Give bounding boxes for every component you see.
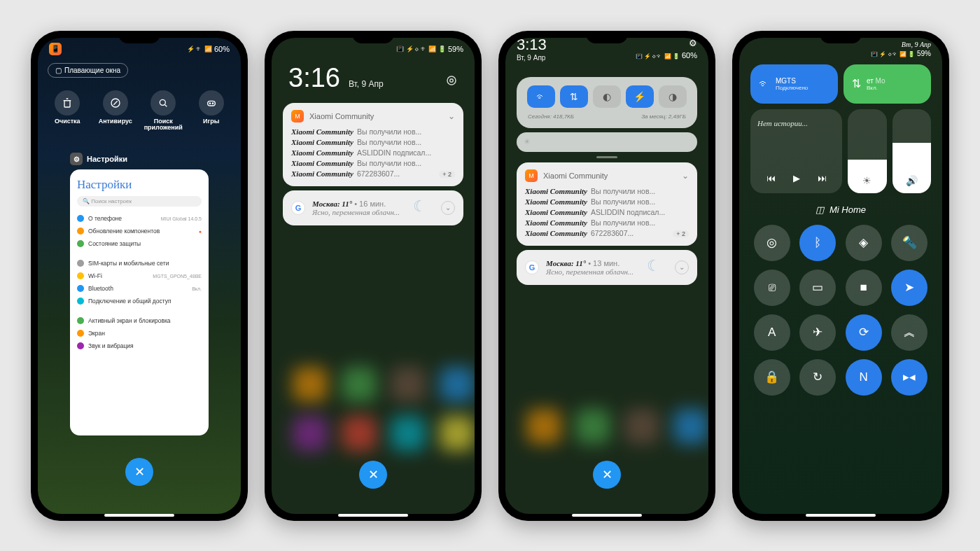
svg-point-2 — [160, 99, 166, 105]
battery-percent: 60% — [214, 45, 230, 53]
close-all-button[interactable]: ✕ — [125, 458, 153, 486]
toggle-font[interactable]: A — [754, 314, 790, 351]
notch — [352, 31, 394, 43]
floating-icon: ▢ — [55, 67, 62, 74]
toggle-dual[interactable]: ▸◂ — [891, 359, 927, 396]
toggle-sync[interactable]: ◈ — [846, 225, 882, 261]
settings-item[interactable]: Звук и вибрация — [77, 340, 202, 352]
date: Вт, 9 Апр — [517, 54, 547, 62]
notch — [118, 31, 160, 43]
close-button[interactable]: ✕ — [593, 461, 621, 489]
notch — [586, 31, 628, 43]
tool-antivirus[interactable]: Антивирус — [93, 90, 138, 132]
mi-icon: ◫ — [816, 204, 824, 215]
play-icon[interactable]: ▶ — [793, 173, 800, 183]
home-indicator[interactable] — [572, 514, 642, 517]
tile-wifi[interactable]: ᯤ MGTS Подключено — [750, 64, 838, 104]
item-icon — [77, 317, 84, 324]
toggle-location[interactable]: ➤ — [891, 270, 927, 306]
tile-data[interactable]: ⇅ ет Мо Вкл. — [844, 64, 931, 104]
recent-card-header: ⚙ Настройки — [70, 153, 209, 165]
phone-recents: 📱 ⚡ ᯤ 📶 60% ▢ Плавающие окна Очистка Ант… — [31, 31, 248, 521]
brightness-icon: ☀ — [862, 175, 872, 186]
item-icon — [77, 298, 84, 305]
settings-item[interactable]: Экран — [77, 327, 202, 340]
settings-item[interactable]: Активный экран и блокировка — [77, 314, 202, 327]
gear-icon: ⚙ — [70, 153, 83, 165]
item-icon — [77, 228, 84, 235]
toggle-target[interactable]: ◎ — [754, 225, 790, 261]
mihome-label[interactable]: ◫ Mi Home — [739, 200, 942, 219]
toggle-lock[interactable]: 🔒 — [754, 359, 790, 396]
floating-windows-button[interactable]: ▢ Плавающие окна — [48, 63, 128, 78]
home-indicator[interactable] — [104, 514, 174, 517]
toggle-video[interactable]: ■ — [846, 270, 882, 306]
toggle-airplane[interactable]: ✈ — [799, 314, 836, 351]
item-icon — [77, 342, 84, 349]
svg-point-6 — [447, 76, 456, 85]
toggle-up[interactable]: ︽ — [891, 314, 927, 351]
settings-search[interactable]: 🔍 Поиск настроек — [77, 196, 202, 207]
phone-notifications-2: 3:13 Вт, 9 Апр ⚙ 📳 ⚡ ⊙ ᯤ 📶 🔋 60% ᯤ ⇅ ◐ ⚡… — [498, 31, 715, 521]
date: Вт, 9 Апр — [349, 79, 384, 89]
svg-point-4 — [209, 103, 210, 104]
toggle-battery[interactable]: ▭ — [799, 270, 836, 306]
settings-item[interactable]: О телефоне MIUI Global 14.0.5 — [77, 212, 202, 225]
settings-item[interactable]: Состояние защиты — [77, 237, 202, 250]
settings-card[interactable]: Настройки 🔍 Поиск настроек О телефоне MI… — [70, 169, 209, 435]
toggle-flash[interactable]: 🔦 — [891, 225, 927, 261]
volume-slider[interactable]: 🔊 — [892, 109, 932, 193]
app-icon: 📱 — [49, 43, 62, 55]
toggle-rotate[interactable]: ⟳ — [846, 314, 882, 351]
item-icon — [77, 285, 84, 292]
wifi-icon: ᯤ — [759, 78, 770, 90]
item-icon — [77, 260, 84, 267]
settings-icon[interactable] — [445, 74, 458, 87]
settings-item[interactable]: Обновление компонентов ● — [77, 225, 202, 237]
toggle-nfc[interactable]: N — [846, 359, 882, 396]
phone-notifications-1: 📳 ⚡ ⊙ ᯤ 📶 🔋 59% 3:16 Вт, 9 Апр M Xiaomi … — [265, 31, 482, 521]
home-indicator[interactable] — [338, 514, 408, 517]
tool-cleanup[interactable]: Очистка — [45, 90, 90, 132]
toggle-cast[interactable]: ⎚ — [754, 270, 790, 306]
home-indicator[interactable] — [806, 514, 876, 517]
svg-rect-3 — [207, 101, 215, 106]
tools-row: Очистка Антивирус Поиск приложений Игры — [38, 83, 241, 132]
item-icon — [77, 330, 84, 337]
svg-rect-0 — [64, 100, 70, 106]
settings-title: Настройки — [77, 178, 202, 192]
tool-search-apps[interactable]: Поиск приложений — [141, 90, 186, 132]
prev-icon[interactable]: ⏮ — [766, 173, 776, 183]
svg-point-5 — [212, 103, 213, 104]
item-icon — [77, 215, 84, 222]
toggle-bt[interactable]: ᛒ — [799, 225, 836, 261]
notch — [820, 31, 862, 43]
item-icon — [77, 240, 84, 247]
data-icon: ⇅ — [852, 77, 861, 90]
tool-games[interactable]: Игры — [189, 90, 234, 132]
toggle-refresh[interactable]: ↻ — [799, 359, 836, 396]
settings-item[interactable]: SIM-карты и мобильные сети — [77, 257, 202, 270]
close-button[interactable]: ✕ — [359, 461, 387, 489]
phone-control-center: Вт, 9 Апр 📳 ⚡ ⊙ ᯤ 📶 🔋 59% ᯤ MGTS Подключ… — [732, 31, 949, 521]
svg-point-7 — [450, 78, 454, 82]
item-icon — [77, 272, 84, 279]
settings-item[interactable]: Подключение и общий доступ — [77, 295, 202, 307]
settings-item[interactable]: Bluetooth Вкл. — [77, 282, 202, 295]
brightness-slider[interactable]: ☀ — [848, 109, 887, 193]
toggle-grid: ◎ᛒ◈🔦⎚▭■➤A✈⟳︽🔒↻N▸◂ — [739, 219, 942, 401]
volume-icon: 🔊 — [906, 175, 918, 186]
media-panel[interactable]: Нет истории... ⏮ ▶ ⏭ — [750, 109, 842, 193]
next-icon[interactable]: ⏭ — [818, 173, 827, 183]
settings-item[interactable]: Wi-Fi MGTS_GPON5_48BE — [77, 270, 202, 282]
